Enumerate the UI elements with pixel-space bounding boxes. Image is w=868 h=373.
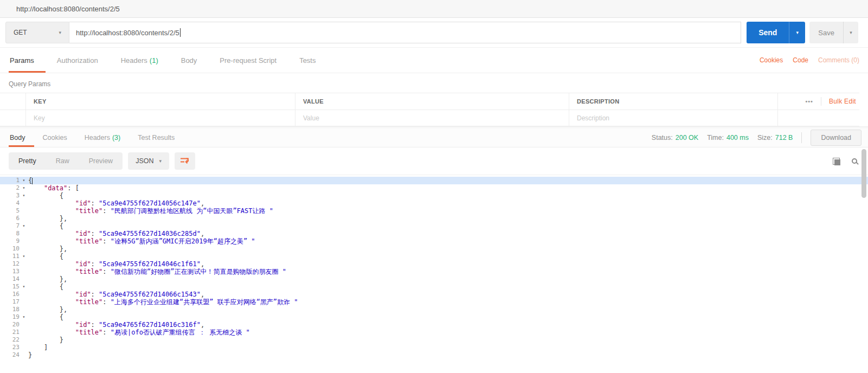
request-tab-tests[interactable]: Tests (288, 48, 327, 73)
url-text: http://localhost:8080/contents/2/5 (76, 29, 179, 37)
param-key-input[interactable] (34, 114, 295, 122)
select-all-cell[interactable] (0, 93, 26, 110)
format-select[interactable]: JSON ▾ (128, 152, 169, 170)
link-code[interactable]: Code (793, 56, 808, 64)
line-number: 21 (0, 329, 20, 336)
row-select-cell[interactable] (0, 110, 26, 126)
query-params-input-row (0, 110, 859, 126)
request-tab-headers[interactable]: Headers(1) (110, 48, 170, 73)
code-line: 19▾ { (0, 313, 868, 321)
code-line: 17 "title": "上海多个行业企业组建“共享联盟” 联手应对网络“黑产”… (0, 298, 868, 306)
code-line: 8 "id": "5ca9e4755f627d14036c285d", (0, 230, 868, 237)
fold-arrow-icon[interactable]: ▾ (20, 253, 28, 260)
line-number: 9 (0, 237, 20, 245)
send-button-group: Send ▾ (747, 22, 805, 43)
response-tab-headers[interactable]: Headers(3) (76, 128, 130, 147)
request-tab-pre-request-script[interactable]: Pre-request Script (208, 48, 288, 73)
text-cursor (32, 178, 33, 184)
line-number: 13 (0, 268, 20, 275)
code-line: 18 }, (0, 306, 868, 313)
line-number: 14 (0, 275, 20, 283)
view-mode-preview[interactable]: Preview (79, 152, 123, 170)
line-number: 24 (0, 351, 20, 359)
scrollbar-thumb[interactable] (861, 149, 866, 198)
code-line: 10 }, (0, 245, 868, 253)
code-line: 24} (0, 351, 868, 359)
fold-arrow-icon[interactable]: ▾ (20, 222, 28, 230)
size-badge: Size: 712 B (757, 134, 793, 142)
fold-arrow-icon[interactable]: ▾ (20, 184, 28, 192)
response-tab-body[interactable]: Body (9, 128, 34, 147)
request-tab-params[interactable]: Params (9, 48, 46, 73)
link-comments-0[interactable]: Comments (0) (818, 56, 859, 64)
open-request-tab[interactable]: http://localhost:8080/contents/2/5 (16, 5, 120, 13)
fold-arrow-icon[interactable]: ▾ (20, 177, 28, 184)
response-tabs: BodyCookiesHeaders(3)Test Results (9, 128, 183, 147)
status-badge: Status: 200 OK (652, 134, 698, 142)
response-tabs-row: BodyCookiesHeaders(3)Test Results Status… (0, 128, 868, 147)
send-button[interactable]: Send (747, 22, 789, 43)
chevron-down-icon: ▾ (850, 30, 852, 35)
row-actions (778, 110, 859, 126)
response-body-code: 1▾{2▾ "data": [3▾ {4 "id": "5ca9e4755f62… (0, 175, 868, 359)
response-toolbar: PrettyRawPreview JSON ▾ (0, 147, 868, 175)
request-tab-body[interactable]: Body (170, 48, 209, 73)
column-header-value: VALUE (295, 93, 569, 110)
line-number: 19 (0, 313, 20, 321)
request-tabs: ParamsAuthorizationHeaders(1)BodyPre-req… (9, 48, 327, 73)
code-line: 16 "id": "5ca9e4755f627d14066c1543", (0, 291, 868, 298)
code-line: 22 } (0, 336, 868, 344)
fold-arrow-icon[interactable]: ▾ (20, 283, 28, 291)
response-meta: Status: 200 OK Time: 400 ms Size: 712 B … (652, 128, 861, 147)
code-line: 7▾ { (0, 222, 868, 230)
toolbar-right (833, 158, 857, 165)
save-button[interactable]: Save (809, 22, 843, 43)
request-tab-bar: http://localhost:8080/contents/2/5 (0, 0, 868, 18)
save-options-button[interactable]: ▾ (843, 22, 858, 43)
chevron-down-icon: ▾ (159, 158, 162, 164)
save-button-group: Save ▾ (809, 22, 858, 43)
line-number: 4 (0, 200, 20, 207)
code-line: 13 "title": "微信新功能“好物圈”正在测试中！简直是购物版的朋友圈 … (0, 268, 868, 275)
param-description-input[interactable] (577, 114, 777, 122)
code-lines: 1▾{2▾ "data": [3▾ {4 "id": "5ca9e4755f62… (0, 177, 868, 359)
fold-arrow-icon[interactable]: ▾ (20, 313, 28, 321)
search-icon[interactable] (852, 158, 857, 164)
line-number: 18 (0, 306, 20, 313)
response-tab-cookies[interactable]: Cookies (34, 128, 76, 147)
url-input[interactable]: http://localhost:8080/contents/2/5 (69, 22, 741, 43)
method-select[interactable]: GET ▾ (5, 22, 69, 43)
line-number: 7 (0, 222, 20, 230)
view-mode-raw[interactable]: Raw (46, 152, 79, 170)
copy-icon[interactable] (833, 158, 840, 165)
divider (801, 132, 802, 143)
bulk-edit-button[interactable]: Bulk Edit (829, 98, 856, 105)
line-number: 17 (0, 298, 20, 306)
url-builder: GET ▾ http://localhost:8080/contents/2/5… (0, 18, 868, 48)
wrap-text-button[interactable] (175, 152, 195, 170)
line-number: 15 (0, 283, 20, 291)
line-number: 8 (0, 230, 20, 237)
method-label: GET (14, 29, 27, 36)
line-number: 2 (0, 184, 20, 192)
link-cookies[interactable]: Cookies (760, 56, 783, 64)
code-line: 2▾ "data": [ (0, 184, 868, 192)
view-mode-pretty[interactable]: Pretty (9, 152, 46, 170)
column-header-key: KEY (26, 93, 295, 110)
fold-arrow-icon[interactable]: ▾ (20, 192, 28, 200)
code-line: 3▾ { (0, 192, 868, 200)
column-header-description: DESCRIPTION (569, 93, 778, 110)
code-line: 9 "title": "诠释5G“新内涵”GMIC开启2019年“超序之美” " (0, 237, 868, 245)
line-number: 10 (0, 245, 20, 253)
view-mode-group: PrettyRawPreview (9, 152, 123, 170)
response-tab-test-results[interactable]: Test Results (129, 128, 183, 147)
download-button[interactable]: Download (811, 130, 861, 146)
param-value-input[interactable] (303, 114, 569, 122)
request-links: CookiesCodeComments (0) (760, 48, 859, 73)
more-options-icon[interactable]: ••• (805, 98, 813, 105)
send-options-button[interactable]: ▾ (789, 22, 805, 43)
request-tabs-row: ParamsAuthorizationHeaders(1)BodyPre-req… (0, 48, 868, 73)
code-line: 15▾ { (0, 283, 868, 291)
request-tab-authorization[interactable]: Authorization (46, 48, 110, 73)
line-number: 12 (0, 260, 20, 268)
